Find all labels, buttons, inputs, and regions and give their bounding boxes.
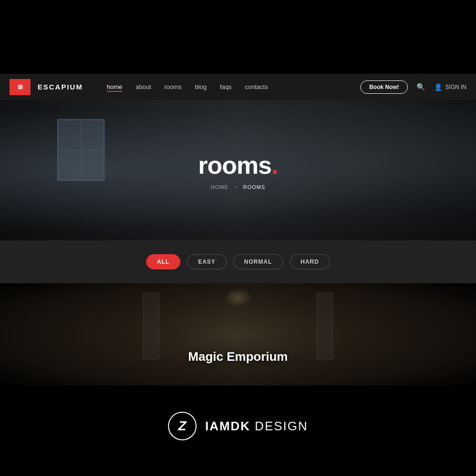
footer-brand-bold: IAMDK (205, 419, 250, 433)
footer-logo-circle: Z (168, 412, 197, 440)
footer-z-letter: Z (178, 418, 186, 434)
nav-right: Book Now! 🔍 👤 SIGN IN (360, 80, 466, 94)
logo-icon: ⊞ (18, 83, 23, 90)
hall-door-right (317, 293, 333, 359)
nav-blog[interactable]: blog (195, 83, 207, 90)
nav-home[interactable]: home (107, 83, 122, 90)
breadcrumb-home[interactable]: HOME (211, 184, 228, 190)
nav-rooms[interactable]: rooms (164, 83, 181, 90)
navbar: ⊞ ESCAPIUM home about rooms blog faqs co… (0, 74, 476, 100)
filter-section: ALL EASY NORMAL HARD (0, 240, 476, 283)
signin-area[interactable]: 👤 SIGN IN (434, 83, 466, 91)
filter-easy[interactable]: EASY (187, 254, 227, 269)
nav-about[interactable]: about (136, 83, 151, 90)
room-name: Magic Emporium (188, 349, 288, 364)
chandelier-decoration (224, 288, 252, 307)
logo-box[interactable]: ⊞ (10, 79, 30, 95)
hero-title-dot: . (271, 151, 278, 179)
brand-name: ESCAPIUM (38, 83, 83, 91)
filter-all[interactable]: ALL (146, 254, 180, 269)
hall-door-left (143, 293, 159, 359)
nav-links: home about rooms blog faqs contacts (107, 83, 360, 90)
hero-title: rooms. (198, 151, 278, 179)
breadcrumb: HOME → ROOMS (198, 184, 278, 190)
rooms-section: Magic Emporium (0, 283, 476, 386)
room-card[interactable]: Magic Emporium (0, 283, 476, 386)
hero-window-decoration (57, 119, 105, 181)
top-black-bar (0, 0, 476, 74)
search-icon[interactable]: 🔍 (416, 83, 426, 91)
filter-normal[interactable]: NORMAL (233, 254, 283, 269)
hero-content: rooms. HOME → ROOMS (198, 151, 278, 190)
footer-brand: IAMDK DESIGN (205, 419, 308, 434)
footer-brand-light: DESIGN (250, 419, 308, 433)
breadcrumb-separator: → (233, 184, 238, 190)
filter-hard[interactable]: HARD (290, 254, 330, 269)
hero-section: rooms. HOME → ROOMS (0, 100, 476, 240)
signin-label: SIGN IN (445, 84, 466, 90)
breadcrumb-rooms: ROOMS (243, 184, 266, 190)
footer-section: Z IAMDK DESIGN (0, 386, 476, 466)
nav-contacts[interactable]: contacts (245, 83, 268, 90)
nav-faqs[interactable]: faqs (220, 83, 232, 90)
person-icon: 👤 (434, 83, 442, 91)
book-now-button[interactable]: Book Now! (360, 80, 408, 94)
hero-title-text: rooms (198, 151, 271, 179)
